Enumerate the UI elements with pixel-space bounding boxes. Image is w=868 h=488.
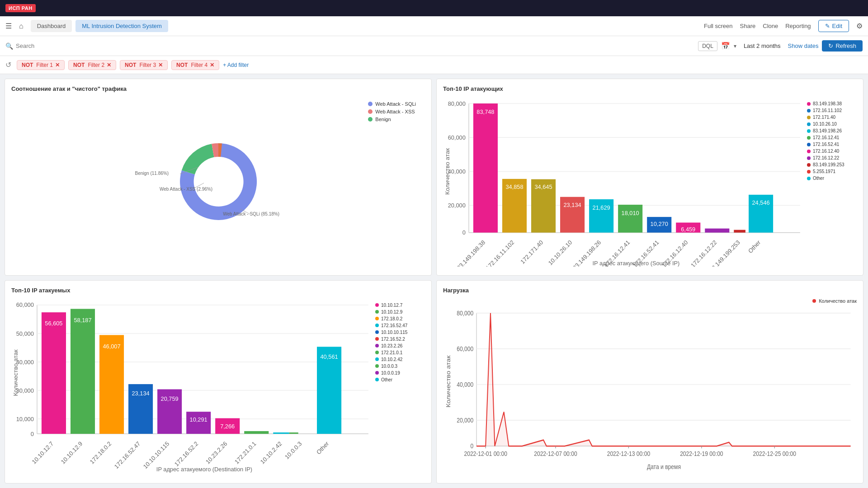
svg-text:10.0.0.3: 10.0.0.3 — [283, 440, 303, 460]
refresh-button[interactable]: ↻ Refresh — [822, 40, 863, 52]
tabs-right: Full screen Share Clone Reporting ✎ Edit… — [704, 20, 863, 32]
load-legend: Количество атак — [812, 298, 857, 304]
legend-item: 10.10.12.7 — [375, 303, 425, 308]
xss-label: Web Attack - XSS (2.96%) — [160, 187, 212, 192]
reporting-link[interactable]: Reporting — [785, 23, 811, 29]
bar-10 — [734, 230, 745, 233]
load-chart-svg: 80,000 60,000 40,000 20,000 0 Количество… — [443, 305, 857, 473]
svg-text:20,000: 20,000 — [448, 202, 466, 209]
legend-item: 172.171.40 — [807, 115, 857, 120]
filter-4-remove[interactable]: ✕ — [210, 62, 214, 68]
svg-text:50,000: 50,000 — [16, 330, 34, 337]
svg-text:10,291: 10,291 — [190, 416, 208, 423]
victim-bar-2 — [71, 309, 95, 434]
victims-chart-area: 60,000 50,000 40,000 30,000 10,000 0 Кол… — [11, 298, 425, 474]
svg-text:60,000: 60,000 — [457, 345, 473, 353]
filter-tag-2: NOT Filter 2 ✕ — [68, 60, 116, 70]
load-panel: Нагрузка Количество атак 80,000 60,000 4… — [436, 280, 863, 483]
legend-sqli: Web Attack - SQLi — [368, 101, 416, 107]
svg-text:40,000: 40,000 — [457, 381, 473, 389]
svg-text:34,645: 34,645 — [534, 183, 552, 190]
legend-item: 10.10.26.10 — [807, 122, 857, 127]
svg-text:60,000: 60,000 — [448, 134, 466, 141]
load-area — [476, 313, 851, 446]
home-icon[interactable]: ⌂ — [19, 22, 24, 30]
legend-item: 172.16.52.41 — [807, 142, 857, 147]
legend-item: 172.16.12.22 — [807, 155, 857, 160]
svg-text:2022-12-13 00:00: 2022-12-13 00:00 — [607, 450, 651, 458]
svg-text:10,270: 10,270 — [651, 220, 668, 227]
svg-text:23,134: 23,134 — [564, 201, 581, 208]
tabs-bar: ☰ ⌂ Dashboard ML Intrusion Detection Sys… — [0, 16, 868, 36]
svg-text:172.21.0.1: 172.21.0.1 — [233, 440, 257, 465]
svg-text:Количество атак: Количество атак — [13, 349, 19, 396]
legend-item: 172.16.12.41 — [807, 135, 857, 140]
svg-text:10.10.12.9: 10.10.12.9 — [60, 440, 84, 465]
svg-text:172.16.52.47: 172.16.52.47 — [113, 440, 142, 470]
filter-3-remove[interactable]: ✕ — [158, 62, 163, 68]
benign-label: Benign (11.86%) — [135, 171, 169, 176]
top-bar: ИСП РАН — [0, 0, 868, 16]
donut-title: Соотношение атак и "чистого" трафика — [11, 85, 425, 92]
menu-icon[interactable]: ☰ — [5, 22, 12, 30]
svg-text:2022-12-07 00:00: 2022-12-07 00:00 — [534, 450, 577, 458]
dropdown-arrow[interactable]: ▾ — [734, 43, 736, 49]
settings-icon[interactable]: ⚙ — [856, 22, 863, 30]
legend-item: Other — [807, 176, 857, 181]
legend-item: Other — [375, 377, 425, 382]
legend-item: 83.149.198.26 — [807, 128, 857, 133]
victim-bar-3 — [99, 335, 124, 434]
svg-text:172.16.11.102: 172.16.11.102 — [485, 239, 515, 267]
tab-dashboard[interactable]: Dashboard — [31, 20, 72, 32]
svg-text:20,000: 20,000 — [457, 417, 473, 424]
svg-text:6,459: 6,459 — [681, 225, 695, 232]
search-icon: 🔍 — [5, 42, 13, 50]
svg-text:83,748: 83,748 — [476, 108, 494, 115]
fullscreen-link[interactable]: Full screen — [704, 23, 733, 29]
filter-reset-icon[interactable]: ↺ — [5, 61, 11, 69]
add-filter-button[interactable]: + Add filter — [223, 62, 249, 68]
load-line — [476, 313, 851, 446]
dql-button[interactable]: DQL — [698, 41, 717, 51]
attackers-title: Топ-10 IP атакующих — [443, 85, 857, 92]
svg-text:2022-12-25 00:00: 2022-12-25 00:00 — [753, 450, 797, 458]
show-dates-button[interactable]: Show dates — [788, 42, 819, 49]
attackers-chart-area: 80,000 60,000 40,000 20,000 0 Количество… — [443, 97, 857, 267]
legend-item: 10.10.12.9 — [375, 310, 425, 314]
svg-text:58,187: 58,187 — [74, 316, 91, 323]
load-chart-main: 80,000 60,000 40,000 20,000 0 Количество… — [443, 305, 857, 473]
svg-text:0: 0 — [462, 229, 466, 236]
share-link[interactable]: Share — [740, 23, 756, 29]
svg-text:10.10.2.42: 10.10.2.42 — [259, 440, 283, 465]
svg-text:10,000: 10,000 — [16, 415, 34, 422]
filter-2-remove[interactable]: ✕ — [107, 62, 111, 68]
svg-text:Дата и время: Дата и время — [647, 463, 681, 470]
svg-text:IP адрес атакующего (Source IP: IP адрес атакующего (Source IP) — [593, 260, 680, 267]
svg-text:80,000: 80,000 — [448, 100, 466, 107]
top10-victims-panel: Топ-10 IP атакуемых 60,000 50,000 40,00 — [5, 280, 432, 483]
legend-item: 172.16.11.102 — [807, 108, 857, 113]
svg-text:21,629: 21,629 — [593, 204, 610, 211]
logo: ИСП РАН — [5, 4, 36, 12]
legend-item: 172.16.52.2 — [375, 337, 425, 342]
svg-text:2022-12-01 00:00: 2022-12-01 00:00 — [464, 450, 507, 458]
filter-tag-4: NOT Filter 4 ✕ — [171, 60, 219, 70]
victim-bar-1 — [42, 312, 66, 434]
victim-bar-8 — [244, 431, 269, 434]
tab-ml-ids[interactable]: ML Intrusion Detection System — [75, 20, 168, 32]
svg-text:83.149.198.38: 83.149.198.38 — [456, 239, 486, 267]
svg-text:Other: Other — [315, 440, 330, 455]
legend-item: 172.16.52.47 — [375, 323, 425, 328]
svg-text:20,759: 20,759 — [161, 395, 179, 402]
filter-tag-1: NOT Filter 1 ✕ — [17, 60, 65, 70]
calendar-icon[interactable]: 📅 — [721, 42, 730, 50]
svg-text:18,010: 18,010 — [622, 209, 639, 216]
legend-item: 10.0.0.3 — [375, 364, 425, 369]
svg-text:0: 0 — [31, 430, 34, 437]
clone-link[interactable]: Clone — [763, 23, 778, 29]
search-input[interactable] — [16, 42, 106, 49]
sqli-label: Web Attack - SQLi (85.18%) — [223, 211, 279, 216]
time-range: Last 2 months — [744, 42, 781, 49]
filter-1-remove[interactable]: ✕ — [55, 62, 60, 68]
edit-button[interactable]: ✎ Edit — [818, 20, 849, 32]
